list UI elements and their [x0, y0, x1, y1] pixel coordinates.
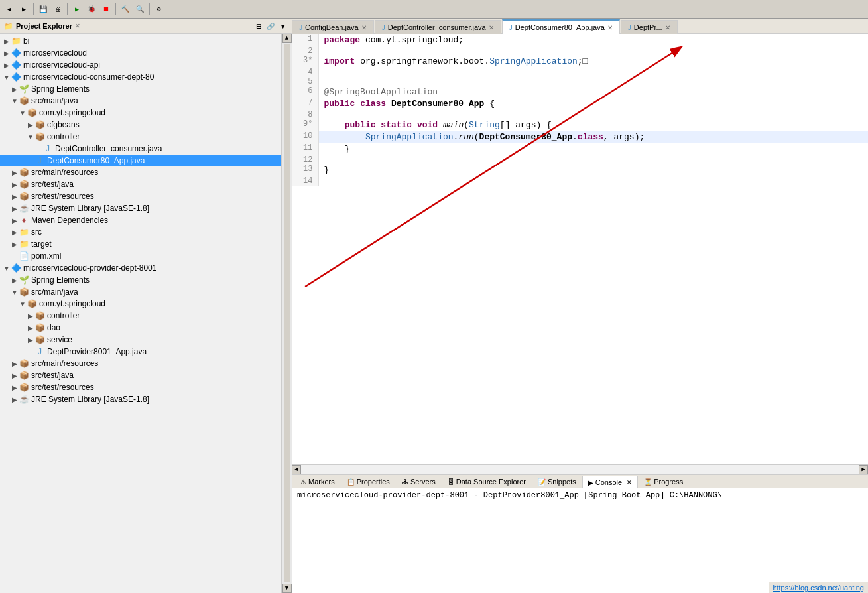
tree-item-src-test-java-2[interactable]: ▶📦src/test/java — [0, 369, 281, 381]
tree-item-src-test-java[interactable]: ▶📦src/test/java — [0, 178, 281, 190]
tree-item-target[interactable]: ▶📁target — [0, 238, 281, 250]
editor-tab-ConfigBean[interactable]: JConfigBean.java ✕ — [292, 20, 374, 34]
tree-item-src-main-resources[interactable]: ▶📦src/main/resources — [0, 166, 281, 178]
toolbar-btn-debug[interactable]: 🐞 — [85, 3, 98, 16]
tree-toggle[interactable]: ▶ — [11, 371, 19, 379]
tree-toggle[interactable]: ▶ — [11, 204, 19, 212]
toolbar-btn-run[interactable]: ▶ — [70, 3, 84, 16]
tree-item-src[interactable]: ▶📁src — [0, 226, 281, 238]
toolbar-btn-save[interactable]: 💾 — [36, 3, 50, 16]
tab-close-btn[interactable]: ✕ — [665, 24, 670, 31]
tree-toggle[interactable]: ▶ — [3, 61, 11, 69]
code-line[interactable] — [318, 176, 868, 186]
tree-scrollbar[interactable]: ▲ ▼ — [281, 34, 292, 593]
tree-item-com-yt-springcloud-2[interactable]: ▼📦com.yt.springcloud — [0, 298, 281, 310]
code-line[interactable] — [318, 68, 868, 77]
code-line[interactable] — [318, 46, 868, 56]
tree-toggle[interactable]: ▼ — [11, 97, 19, 105]
tree-toggle[interactable]: ▼ — [11, 288, 19, 296]
tree-toggle[interactable]: ▶ — [3, 37, 11, 45]
tree-item-com-yt-springcloud[interactable]: ▼📦com.yt.springcloud — [0, 107, 281, 119]
editor-tab-DeptController_consumer[interactable]: JDeptController_consumer.java ✕ — [375, 20, 501, 34]
tree-item-microservicecloud-consumer-dept-80[interactable]: ▼🔷microservicecloud-consumer-dept-80 — [0, 71, 281, 83]
tree-item-controller-2[interactable]: ▶📦controller — [0, 310, 281, 322]
tree-toggle[interactable]: ▼ — [3, 264, 11, 272]
tree-item-service[interactable]: ▶📦service — [0, 334, 281, 346]
tree-toggle[interactable]: ▶ — [11, 240, 19, 248]
tree-toggle[interactable]: ▶ — [11, 192, 19, 200]
horizontal-scrollbar[interactable]: ◀ ▶ — [292, 464, 868, 474]
collapse-all-btn[interactable]: ⊟ — [253, 21, 264, 31]
code-line[interactable]: public class DeptConsumer80_App { — [318, 98, 868, 110]
tree-toggle[interactable]: ▶ — [11, 395, 19, 403]
tree-item-DeptProvider8001-App-java[interactable]: JDeptProvider8001_App.java — [0, 346, 281, 358]
tree-toggle[interactable]: ▶ — [11, 383, 19, 391]
bottom-tab-datasource[interactable]: 🗄Data Source Explorer — [442, 475, 532, 488]
code-line[interactable]: public static void main(String[] args) { — [318, 119, 868, 131]
tree-item-src-test-resources[interactable]: ▶📦src/test/resources — [0, 190, 281, 202]
tree-toggle[interactable]: ▶ — [11, 276, 19, 284]
bottom-tab-servers[interactable]: 🖧Servers — [396, 475, 442, 488]
tree-toggle[interactable]: ▶ — [11, 216, 19, 224]
tab-close-btn[interactable]: ✕ — [361, 24, 367, 31]
h-scroll-left[interactable]: ◀ — [292, 465, 301, 474]
bottom-tab-progress[interactable]: ⏳Progress — [638, 475, 689, 488]
code-line[interactable]: package com.yt.springcloud; — [318, 34, 868, 46]
tree-toggle[interactable]: ▶ — [27, 324, 34, 332]
tree-toggle[interactable]: ▼ — [19, 300, 27, 308]
tree-toggle[interactable]: ▶ — [3, 49, 11, 57]
tree-item-DeptConsumer80-App-java[interactable]: JDeptConsumer80_App.java — [0, 155, 281, 166]
status-bar-link[interactable]: https://blog.csdn.net/uanting — [769, 582, 868, 593]
tab-close-btn[interactable]: ✕ — [489, 24, 494, 31]
toolbar-btn-print[interactable]: 🖨 — [51, 3, 64, 16]
code-line[interactable]: import org.springframework.boot.SpringAp… — [318, 56, 868, 68]
code-line[interactable] — [318, 155, 868, 165]
bottom-tab-close[interactable]: ✕ — [627, 479, 632, 486]
bottom-tab-properties[interactable]: 📋Properties — [341, 475, 396, 488]
toolbar-btn-forward[interactable]: ▶ — [17, 3, 31, 16]
tree-item-controller[interactable]: ▼📦controller — [0, 131, 281, 143]
link-editor-btn[interactable]: 🔗 — [265, 21, 276, 31]
tree-toggle[interactable]: ▶ — [11, 168, 19, 176]
tab-close-btn[interactable]: ✕ — [607, 24, 613, 31]
scroll-up-arrow[interactable]: ▲ — [282, 34, 292, 43]
tree-item-dao[interactable]: ▶📦dao — [0, 322, 281, 334]
tree-item-microservicecloud-provider-dept-8001[interactable]: ▼🔷microservicecloud-provider-dept-8001 — [0, 262, 281, 274]
tree-toggle[interactable]: ▶ — [11, 360, 19, 367]
tree-toggle[interactable]: ▶ — [27, 121, 34, 129]
tree-toggle[interactable]: ▶ — [27, 336, 34, 344]
toolbar-btn-search[interactable]: 🔍 — [133, 3, 147, 16]
tree-item-DeptController-consumer-java[interactable]: JDeptController_consumer.java — [0, 143, 281, 155]
tree-item-Maven-Dependencies[interactable]: ▶♦Maven Dependencies — [0, 214, 281, 226]
tree-item-spring-elements-2[interactable]: ▶🌱Spring Elements — [0, 274, 281, 286]
tree-toggle[interactable]: ▼ — [27, 133, 34, 141]
tree-toggle[interactable]: ▶ — [11, 180, 19, 188]
code-line[interactable]: @SpringBootApplication — [318, 86, 868, 98]
tree-item-microservicecloud-api[interactable]: ▶🔷microservicecloud-api — [0, 59, 281, 71]
toolbar-btn-back[interactable]: ◀ — [3, 3, 16, 16]
code-line[interactable]: SpringApplication.run(DeptConsumer80_App… — [318, 131, 868, 143]
tree-toggle[interactable]: ▶ — [27, 312, 34, 320]
tree-container[interactable]: ▶📁bi▶🔷microservicecloud▶🔷microserviceclo… — [0, 34, 281, 593]
h-scroll-inner[interactable] — [301, 465, 859, 474]
tree-item-microservicecloud[interactable]: ▶🔷microservicecloud — [0, 47, 281, 59]
editor-tab-DeptConsumer80_App[interactable]: JDeptConsumer80_App.java ✕ — [502, 19, 620, 34]
code-line[interactable] — [318, 77, 868, 86]
toolbar-btn-settings[interactable]: ⚙ — [153, 3, 166, 16]
code-line[interactable] — [318, 110, 868, 119]
code-editor[interactable]: 1package com.yt.springcloud;23*import or… — [292, 34, 868, 464]
tree-item-src-main-java-2[interactable]: ▼📦src/main/java — [0, 286, 281, 298]
tree-item-JRE-System-Library[interactable]: ▶☕JRE System Library [JavaSE-1.8] — [0, 202, 281, 214]
toolbar-btn-stop[interactable]: ⏹ — [99, 3, 113, 16]
tree-item-src-main-resources-2[interactable]: ▶📦src/main/resources — [0, 358, 281, 369]
panel-menu-btn[interactable]: ▾ — [277, 21, 288, 31]
bottom-tab-snippets[interactable]: 📝Snippets — [532, 475, 582, 488]
tree-toggle[interactable]: ▶ — [11, 228, 19, 236]
code-line[interactable]: } — [318, 165, 868, 176]
tree-item-src-test-resources-2[interactable]: ▶📦src/test/resources — [0, 381, 281, 393]
h-scroll-right[interactable]: ▶ — [859, 465, 868, 474]
editor-tab-DeptPr[interactable]: JDeptPr... ✕ — [621, 20, 678, 34]
code-line[interactable]: } — [318, 143, 868, 155]
tree-item-cfgbeans[interactable]: ▶📦cfgbeans — [0, 119, 281, 131]
bottom-tab-markers[interactable]: ⚠Markers — [294, 475, 341, 488]
